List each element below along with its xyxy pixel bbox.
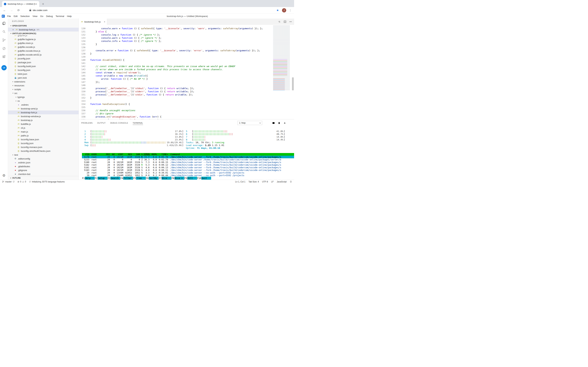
htop-search-button[interactable]: Search [110, 177, 120, 180]
tree-item-test[interactable]: ▸test [8, 153, 79, 157]
problems-status[interactable]: ⊘ 0 ⚠ 0 [17, 181, 26, 183]
tree-item-vs[interactable]: ▸vs [8, 99, 79, 103]
avatar[interactable]: J [282, 8, 286, 12]
menu-terminal[interactable]: Terminal [54, 15, 66, 17]
close-icon[interactable]: × [12, 28, 15, 31]
outline-header[interactable]: ▸ OUTLINE [8, 176, 79, 180]
tree-item-bootstrap-window.js[interactable]: JSbootstrap-window.js [8, 114, 79, 118]
cursor-position[interactable]: Ln 1, Col 1 [235, 181, 245, 183]
open-changes-icon[interactable] [278, 20, 281, 23]
code-line-157[interactable]: 157 // @ts-ignore [79, 112, 272, 115]
menu-debug[interactable]: Debug [45, 15, 54, 17]
scrollbar-thumb[interactable] [292, 77, 294, 90]
code-line-145[interactable]: 145 const writable = new stream.Writable… [79, 74, 272, 77]
menu-view[interactable]: View [31, 15, 39, 17]
more-actions-icon[interactable] [289, 20, 292, 23]
tree-item-typings[interactable]: ▸typings [8, 95, 79, 99]
column-header-cpu[interactable]: CPU% [143, 153, 150, 156]
language-mode[interactable]: JavaScript [277, 181, 287, 183]
tree-item-.eslintrc[interactable]: ●.eslintrc [8, 103, 79, 107]
tree-item-tsconfig.json[interactable]: {}tsconfig.json [8, 141, 79, 145]
tree-item-resources[interactable]: ▸resources [8, 83, 79, 87]
code-line-141[interactable]: 141 [79, 62, 272, 65]
code-line-136[interactable]: 136 [79, 46, 272, 49]
maximize-panel-icon[interactable] [283, 122, 286, 124]
code-line-151[interactable]: 151 process['__defineGetter__']('stdin',… [79, 93, 272, 96]
encoding-status[interactable]: UTF-8 [262, 181, 268, 183]
column-header-pid[interactable]: PID [82, 153, 90, 156]
menu-help[interactable]: Help [66, 15, 73, 17]
code-line-137[interactable]: 137 console.error = function () { safeSe… [79, 49, 272, 52]
tree-item-paths.js[interactable]: JSpaths.js [8, 133, 79, 137]
close-panel-icon[interactable] [289, 122, 292, 124]
search-icon[interactable] [1, 29, 7, 34]
collaboration-off-badge[interactable]: Off [1, 65, 7, 70]
browser-tab[interactable]: bootstrap-fork.js — Untitled (W × [2, 1, 39, 7]
menu-selection[interactable]: Selection [19, 15, 31, 17]
language-status-message[interactable]: Initializing JS/TS language features [29, 181, 65, 183]
eol-status[interactable]: LF [271, 181, 273, 183]
tree-item-tsconfig.base.json[interactable]: {}tsconfig.base.json [8, 137, 79, 141]
column-header-res[interactable]: RES [124, 153, 133, 156]
code-editor[interactable]: 130 console.warn = function () { safeSen… [79, 25, 294, 119]
htop-tree-button[interactable]: Tree [136, 177, 146, 180]
notifications-bell-icon[interactable] [290, 181, 292, 183]
tree-item-jsconfig.json[interactable]: {}jsconfig.json [8, 57, 79, 60]
column-header-shr[interactable]: SHR [133, 153, 141, 156]
htop-setup-button[interactable]: Setup [98, 177, 108, 180]
split-terminal-icon[interactable] [272, 122, 275, 124]
tree-item-.gitattributes[interactable]: ◆.gitattributes [8, 164, 79, 168]
tree-item-.mention-bot[interactable]: ◆.mention-bot [8, 172, 79, 176]
tree-item-.editorconfig[interactable]: ⚙.editorconfig [8, 157, 79, 161]
tree-item-tsconfig.strictNullChecks.json[interactable]: {}tsconfig.strictNullChecks.json [8, 149, 79, 153]
tab-close-icon[interactable]: × [35, 3, 37, 5]
process-row-5180[interactable]: 5180root2001021M181M3328S7.30.60:00.15/d… [82, 161, 294, 164]
column-header-virt[interactable]: VIRT [116, 153, 124, 156]
htop-quit-button[interactable]: Quit [201, 177, 211, 180]
settings-gear-icon[interactable]: ⚙ [2, 173, 6, 177]
column-header-ni[interactable]: NI [111, 153, 116, 156]
tree-item-extensions[interactable]: ▸extensions [8, 80, 79, 83]
menu-go[interactable]: Go [39, 15, 45, 17]
tree-item-gulpfile.vscode.linux.js[interactable]: JSgulpfile.vscode.linux.js [8, 49, 79, 53]
htop-sortby-button[interactable]: SortBy [149, 177, 159, 180]
tree-item-scripts[interactable]: ▸scripts [8, 87, 79, 91]
tree-item-gulpfile.hygiene.js[interactable]: JSgulpfile.hygiene.js [8, 37, 79, 41]
code-line-153[interactable]: 153 [79, 100, 272, 103]
extensions-icon[interactable] [1, 54, 7, 59]
code-line-159[interactable]: 159 console.error('Uncaught Exception: '… [79, 118, 272, 119]
new-tab-button[interactable]: + [41, 1, 46, 7]
code-line-149[interactable]: 149 process['__defineGetter__']('stdout'… [79, 87, 272, 90]
kill-terminal-icon[interactable] [278, 122, 281, 124]
code-line-138[interactable]: 138} [79, 52, 272, 55]
panel-tab-problems[interactable]: PROBLEMS [81, 121, 93, 125]
column-header-time[interactable]: TIME+ [157, 153, 169, 156]
htop-kill-button[interactable]: Kill [187, 177, 197, 180]
column-header-user[interactable]: USER [90, 153, 103, 156]
code-line-152[interactable]: 152} [79, 96, 272, 100]
process-row-5178[interactable]: 5178root2001021M181M3328R72.70.60:05.70/… [82, 156, 294, 158]
htop-help-button[interactable]: Help [85, 177, 95, 180]
back-icon[interactable]: ← [2, 9, 7, 12]
debug-icon[interactable] [1, 46, 7, 51]
bookmark-star-icon[interactable]: ★ [276, 8, 279, 12]
htop-filter-button[interactable]: Filter [123, 177, 133, 180]
code-line-154[interactable]: 154function handleExceptions() { [79, 103, 272, 106]
tree-item-cli.js[interactable]: JScli.js [8, 126, 79, 130]
column-header-command[interactable]: Command [169, 153, 294, 156]
tree-item-bootstrap-amd.js[interactable]: JSbootstrap-amd.js [8, 107, 79, 110]
coder-logo-icon[interactable] [2, 15, 5, 18]
process-row-20[interactable]: 20root2001344M620521952S3.30.20:30.01/de… [82, 171, 294, 174]
code-line-156[interactable]: 156 // Handle uncaught exceptions [79, 109, 272, 112]
process-row-39[interactable]: 39root2001344M620521952S0.00.20:00.44/de… [82, 174, 294, 177]
code-line-143[interactable]: 143 // error when we are inside a forked… [79, 68, 272, 71]
tree-item-.eslintrc.json[interactable]: ●.eslintrc.json [8, 161, 79, 164]
code-line-139[interactable]: 139 [79, 55, 272, 58]
process-row-5183[interactable]: 5183root2001021M181M3328S4.00.60:00.11/d… [82, 169, 294, 171]
process-row-5233[interactable]: 5233root200000Z36.30.00:02.79/dev/shm/bi… [82, 158, 294, 161]
code-line-131[interactable]: 131 } else { [79, 30, 272, 33]
tree-item-yarn.lock[interactable]: yarn.lock [8, 76, 79, 80]
column-header-s[interactable]: S [141, 153, 143, 156]
code-line-142[interactable]: 142 // const stdout, stderr and stdin be… [79, 65, 272, 68]
open-editor-item[interactable]: × JS bootstrap-fork.js src [8, 28, 79, 32]
